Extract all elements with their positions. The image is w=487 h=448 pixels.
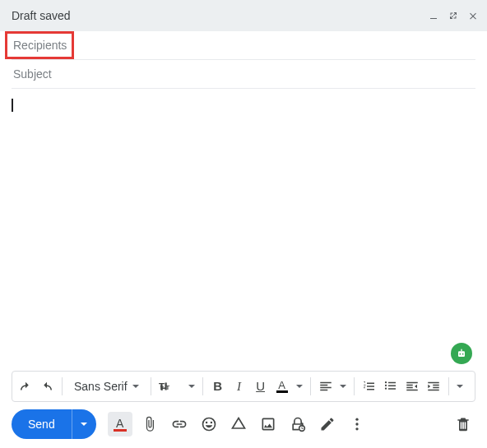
- insert-photo-button[interactable]: [256, 412, 281, 436]
- more-formatting-button[interactable]: [454, 376, 466, 397]
- compose-body[interactable]: [0, 89, 487, 371]
- minimize-icon[interactable]: [428, 10, 439, 21]
- subject-row[interactable]: [12, 60, 475, 89]
- svg-point-3: [459, 353, 461, 355]
- recipients-row[interactable]: [12, 31, 475, 60]
- underline-button[interactable]: U: [251, 376, 271, 397]
- bold-button[interactable]: B: [208, 376, 228, 397]
- insert-emoji-button[interactable]: [197, 412, 221, 436]
- svg-rect-2: [461, 349, 461, 352]
- redo-button[interactable]: [37, 376, 57, 397]
- align-more[interactable]: [337, 376, 349, 397]
- divider: [310, 377, 311, 395]
- undo-button[interactable]: [16, 376, 35, 397]
- insert-link-button[interactable]: [167, 412, 192, 436]
- discard-draft-button[interactable]: [451, 412, 475, 436]
- subject-input[interactable]: [12, 67, 475, 81]
- indent-less-button[interactable]: [402, 376, 422, 397]
- italic-button[interactable]: I: [230, 376, 249, 397]
- numbered-list-button[interactable]: [359, 376, 379, 397]
- recipients-input[interactable]: [12, 38, 475, 53]
- svg-point-11: [355, 427, 358, 430]
- divider: [151, 377, 151, 395]
- send-button[interactable]: Send: [12, 409, 72, 439]
- font-size-button-real[interactable]: T T: [156, 376, 197, 397]
- header-window-controls: [428, 10, 479, 21]
- send-group: Send: [12, 409, 96, 439]
- svg-text:T: T: [165, 384, 169, 391]
- svg-point-9: [355, 418, 358, 421]
- text-color-button[interactable]: A: [272, 376, 292, 397]
- chevron-down-icon: [188, 385, 195, 388]
- formatting-toolbar: Sans Serif т T T B I U A: [12, 371, 475, 402]
- compose-header: Draft saved: [0, 0, 487, 31]
- send-options-button[interactable]: [72, 409, 96, 439]
- compose-fields: [0, 31, 487, 89]
- align-button[interactable]: [316, 376, 336, 397]
- chevron-down-icon: [132, 385, 139, 388]
- fullscreen-icon[interactable]: [448, 10, 459, 21]
- compose-bottom-bar: Send A: [0, 407, 487, 448]
- insert-drive-button[interactable]: [226, 412, 251, 436]
- confidential-mode-button[interactable]: [285, 412, 310, 436]
- svg-point-4: [462, 353, 464, 355]
- divider: [202, 377, 203, 395]
- svg-point-10: [355, 423, 358, 425]
- divider: [354, 377, 355, 395]
- divider: [448, 377, 449, 395]
- compose-title: Draft saved: [12, 9, 428, 22]
- close-icon[interactable]: [467, 10, 479, 21]
- assistant-avatar-icon[interactable]: [451, 343, 472, 364]
- svg-rect-0: [430, 18, 437, 19]
- font-family-label: Sans Serif: [74, 380, 128, 393]
- svg-text:T: T: [159, 381, 165, 391]
- bulleted-list-button[interactable]: [381, 376, 401, 397]
- toggle-formatting-button[interactable]: A: [108, 412, 132, 436]
- attach-file-button[interactable]: [137, 412, 162, 436]
- svg-rect-1: [458, 351, 465, 357]
- chevron-down-icon: [81, 423, 87, 426]
- chevron-down-icon: [457, 385, 463, 388]
- chevron-down-icon: [340, 385, 346, 388]
- text-cursor: [12, 99, 13, 112]
- font-family-picker[interactable]: Sans Serif: [67, 376, 146, 397]
- chevron-down-icon: [296, 385, 303, 388]
- indent-more-button[interactable]: [424, 376, 443, 397]
- divider: [62, 377, 63, 395]
- text-color-more[interactable]: [294, 376, 305, 397]
- insert-signature-button[interactable]: [315, 412, 340, 436]
- more-options-button[interactable]: [345, 412, 369, 436]
